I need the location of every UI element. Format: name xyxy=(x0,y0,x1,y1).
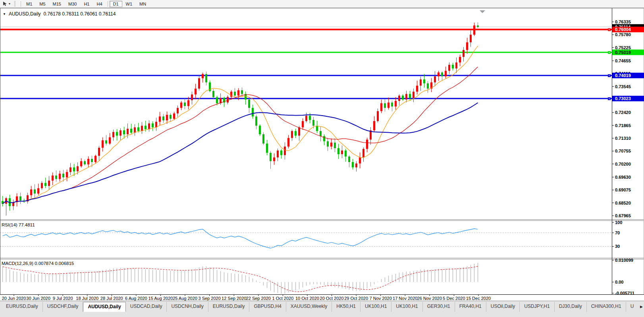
svg-text:0.71310: 0.71310 xyxy=(615,136,631,141)
svg-text:0.69075: 0.69075 xyxy=(615,187,631,192)
svg-text:22 Sep 2020: 22 Sep 2020 xyxy=(246,296,271,301)
tab-hk50-h1[interactable]: HK50,H1 xyxy=(332,302,361,312)
macd-histogram xyxy=(3,263,478,294)
tab-scroll-right-icon[interactable]: ▶ xyxy=(640,305,643,309)
svg-text:30: 30 xyxy=(615,244,620,249)
tab-ger30-h1[interactable]: GER30,H1 xyxy=(423,302,455,312)
svg-text:12 Sep 2020: 12 Sep 2020 xyxy=(222,296,246,301)
svg-text:17 Nov 2020: 17 Nov 2020 xyxy=(393,296,417,301)
svg-text:0.73023: 0.73023 xyxy=(615,96,631,101)
svg-text:0.75780: 0.75780 xyxy=(615,32,631,37)
tab-usoil-daily[interactable]: USOil,Daily xyxy=(486,302,520,312)
chart-tabs: EURUSD,DailyUSDCHF,DailyAUDUSD,DailyUSDC… xyxy=(2,302,637,312)
indicator-axis[interactable]: 10070300.0100990.00-0.005711 xyxy=(612,220,634,296)
svg-text:20 Jun 2020: 20 Jun 2020 xyxy=(2,296,26,301)
chart-cursor-icon[interactable] xyxy=(2,1,8,7)
timeframe-button-h1[interactable]: H1 xyxy=(80,1,93,7)
svg-text:25 Aug 2020: 25 Aug 2020 xyxy=(173,296,197,301)
svg-text:0.00: 0.00 xyxy=(615,280,623,284)
svg-text:0.68520: 0.68520 xyxy=(615,201,631,205)
timeframe-button-m30[interactable]: M30 xyxy=(65,1,80,7)
tab-eurusd-daily[interactable]: EURUSD,Daily xyxy=(208,302,250,312)
moving-average-8 xyxy=(3,46,478,204)
moving-average-20 xyxy=(3,67,478,204)
svg-text:0.67965: 0.67965 xyxy=(615,213,631,218)
svg-text:0.75225: 0.75225 xyxy=(615,45,631,50)
svg-text:9 Jul 2020: 9 Jul 2020 xyxy=(53,296,73,301)
tab-u[interactable]: U xyxy=(626,302,637,312)
timeframe-toolbar: ▾ M1M5M15M30H1H4D1W1MN xyxy=(0,0,644,8)
svg-text:0.72420: 0.72420 xyxy=(615,110,631,115)
timeframe-button-m1[interactable]: M1 xyxy=(23,1,36,7)
svg-text:70: 70 xyxy=(615,230,620,235)
svg-text:0.75019: 0.75019 xyxy=(615,50,631,55)
timeframe-buttons: M1M5M15M30H1H4D1W1MN xyxy=(19,1,150,7)
price-axis[interactable]: 0.763350.757800.752250.746550.741100.735… xyxy=(612,19,644,218)
svg-text:-0.005711: -0.005711 xyxy=(615,291,634,296)
svg-text:0.010099: 0.010099 xyxy=(615,258,633,263)
svg-text:0.74019: 0.74019 xyxy=(615,73,631,78)
svg-text:29 Oct 2020: 29 Oct 2020 xyxy=(344,296,368,301)
svg-text:0.70200: 0.70200 xyxy=(615,162,631,166)
toolbar-separator xyxy=(108,1,108,7)
svg-text:20 Oct 2020: 20 Oct 2020 xyxy=(320,296,344,301)
svg-text:30 Jun 2020: 30 Jun 2020 xyxy=(26,296,50,301)
horizontal-price-lines[interactable] xyxy=(0,27,612,100)
chart-canvas[interactable]: 0.763350.757800.752250.746550.741100.735… xyxy=(0,8,644,301)
svg-text:0.74655: 0.74655 xyxy=(615,58,631,63)
svg-text:15 Dec 2020: 15 Dec 2020 xyxy=(466,296,491,301)
tab-audusd-daily[interactable]: AUDUSD,Daily xyxy=(83,302,125,312)
tab-xauusd-weekly[interactable]: XAUUSD,Weekly xyxy=(286,302,332,312)
svg-text:0.73545: 0.73545 xyxy=(615,84,631,89)
svg-text:0.76335: 0.76335 xyxy=(615,19,631,24)
tab-uk100-h1[interactable]: UK100,H1 xyxy=(361,302,391,312)
svg-text:28 Jul 2020: 28 Jul 2020 xyxy=(100,296,123,301)
svg-text:100: 100 xyxy=(615,220,622,225)
svg-text:0.71865: 0.71865 xyxy=(615,123,631,128)
svg-text:10 Oct 2020: 10 Oct 2020 xyxy=(295,296,319,301)
chart-shift-marker-icon[interactable] xyxy=(480,10,485,13)
svg-text:18 Jul 2020: 18 Jul 2020 xyxy=(76,296,98,301)
chart-tab-bar: EURUSD,DailyUSDCHF,DailyAUDUSD,DailyUSDC… xyxy=(0,301,644,317)
svg-text:26 Nov 2020: 26 Nov 2020 xyxy=(417,296,442,301)
svg-text:5 Dec 2020: 5 Dec 2020 xyxy=(443,296,465,301)
toolbar-separator xyxy=(21,1,21,7)
svg-text:0.70755: 0.70755 xyxy=(615,149,631,153)
candlestick-series xyxy=(2,22,479,215)
tab-usdjpy-h1[interactable]: USDJPY,H1 xyxy=(520,302,554,312)
tab-dj30-daily[interactable]: DJ30,Daily xyxy=(555,302,587,312)
tab-usdcnh-daily[interactable]: USDCNH,Daily xyxy=(167,302,208,312)
tab-gbpusd-h4[interactable]: GBPUSD,H4 xyxy=(249,302,286,312)
svg-text:3 Sep 2020: 3 Sep 2020 xyxy=(198,296,220,301)
timeframe-button-h4[interactable]: H4 xyxy=(93,1,106,7)
svg-text:7 Nov 2020: 7 Nov 2020 xyxy=(370,296,392,301)
tab-usdcad-daily[interactable]: USDCAD,Daily xyxy=(126,302,167,312)
svg-text:15 Aug 2020: 15 Aug 2020 xyxy=(148,296,173,301)
tab-eurusd-daily[interactable]: EURUSD,Daily xyxy=(2,302,43,312)
svg-text:0.69630: 0.69630 xyxy=(615,175,631,180)
svg-text:6 Aug 2020: 6 Aug 2020 xyxy=(125,296,147,301)
toolbar-grip[interactable] xyxy=(14,1,15,6)
tab-usdchf-daily[interactable]: USDCHF,Daily xyxy=(43,302,83,312)
timeframe-button-w1[interactable]: W1 xyxy=(122,1,136,7)
chart-window[interactable]: 0.763350.757800.752250.746550.741100.735… xyxy=(0,8,644,301)
timeframe-button-m5[interactable]: M5 xyxy=(36,1,49,7)
svg-text:1 Oct 2020: 1 Oct 2020 xyxy=(272,296,293,301)
tab-fra40-h1[interactable]: FRA40,H1 xyxy=(455,302,486,312)
tab-uk100-h1[interactable]: UK100,H1 xyxy=(391,302,422,312)
timeframe-button-m15[interactable]: M15 xyxy=(49,1,65,7)
timeframe-button-d1[interactable]: D1 xyxy=(110,1,122,7)
moving-average-45 xyxy=(3,103,478,204)
timeframe-button-mn[interactable]: MN xyxy=(136,1,150,7)
time-axis[interactable]: 20 Jun 202030 Jun 20209 Jul 202018 Jul 2… xyxy=(2,294,491,301)
rsi-line xyxy=(3,229,478,248)
svg-text:0.76004: 0.76004 xyxy=(615,27,631,32)
dropdown-caret-icon[interactable]: ▾ xyxy=(9,2,10,6)
tab-china300-h1[interactable]: CHINA300,H1 xyxy=(587,302,626,312)
